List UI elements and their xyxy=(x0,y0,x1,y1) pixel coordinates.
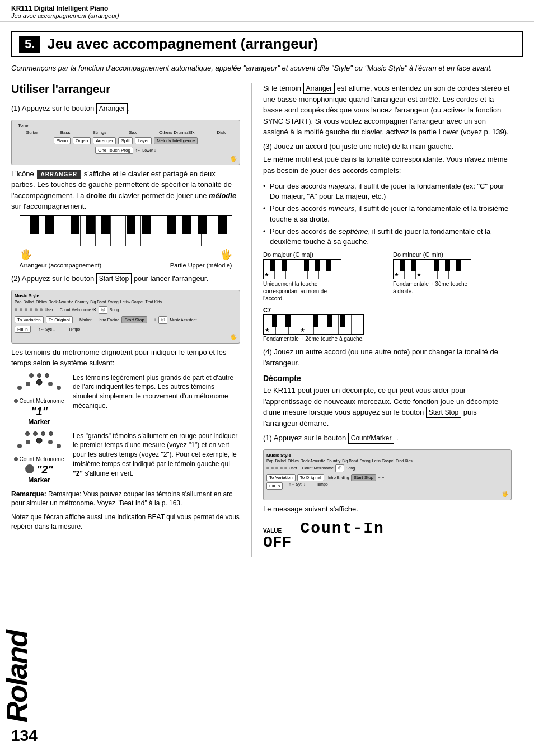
marker-label: Marker xyxy=(11,418,67,426)
step2-label: (2) Appuyez sur le bouton xyxy=(11,274,94,283)
count-in-text: Count-In xyxy=(300,520,384,537)
remark-1: Remarque: Remarque: Vous pouvez couper l… xyxy=(11,490,240,509)
screen-mockup-3: Music Style PopBalladOldiesRock Acoustic… xyxy=(263,449,512,500)
svg-point-1 xyxy=(26,382,30,386)
count-marker-btn-ref: Count/Marker xyxy=(348,433,395,444)
decompte-section: Décompte Le KR111 peut jouer un décompte… xyxy=(263,374,512,551)
model-name: KR111 Digital Intelligent Piano xyxy=(11,4,523,12)
right-column: Si le témoin Arranger est allumé, vous e… xyxy=(252,83,512,557)
caption-left: Arrangeur (accom­pa­gnement) xyxy=(20,262,102,269)
screen-mockup-2: Music Style PopBalladOldiesRock Acoustic… xyxy=(11,290,240,344)
svg-point-8 xyxy=(48,440,53,444)
step-1: (1) Appuyez sur le bouton Arranger. xyxy=(11,103,240,114)
svg-point-7 xyxy=(36,438,42,443)
count-in-display: VALUE OFF Count-In xyxy=(263,520,512,551)
svg-point-3 xyxy=(48,382,53,386)
piano-diagrams-section: Do majeur (C maj) xyxy=(263,251,512,342)
beat1-row: Count Metronome "1" Marker Les témoins l… xyxy=(11,373,240,426)
intro-paragraph: Commençons par la fonction d'accompagnem… xyxy=(11,63,523,74)
chapter-heading: 5. Jeu avec accompagnement (arrangeur) xyxy=(11,31,523,57)
step-4: (4) Jouez un autre accord (ou une autre … xyxy=(263,346,512,368)
chapter-number: 5. xyxy=(19,36,40,53)
bullet-2: Pour des accords mineurs, il suffit de j… xyxy=(263,204,512,224)
step3-desc: Le même motif est joué dans la tonalité … xyxy=(263,154,512,176)
right-para1: Si le témoin Arranger est allumé, vous e… xyxy=(263,83,512,138)
c7-diagram: C7 ★ ★ xyxy=(263,307,512,342)
left-column: Utiliser l'arrangeur (1) Appuyez sur le … xyxy=(11,83,252,557)
two-column-layout: Utiliser l'arrangeur (1) Appuyez sur le … xyxy=(11,83,523,557)
section-title: Utiliser l'arrangeur xyxy=(11,83,240,97)
right-hand-icon: 🖐 xyxy=(220,248,232,261)
page-header: KR111 Digital Intelligent Piano Jeu avec… xyxy=(0,0,534,22)
beat1-desc: Les témoins légèrement plus grands de pa… xyxy=(73,373,240,411)
metronome-arc-1 xyxy=(14,379,64,396)
off-text: OFF xyxy=(263,534,291,551)
bullet-1: Pour des accords majeurs, il suffit de j… xyxy=(263,181,512,201)
left-hand-icon: 🖐 xyxy=(20,248,32,261)
decompte-title: Décompte xyxy=(263,374,512,383)
arranger-button-ref: Arranger xyxy=(96,103,128,114)
svg-point-6 xyxy=(26,440,30,444)
beat1-label: "1" xyxy=(11,405,67,418)
value-label: VALUE xyxy=(263,528,291,534)
bullet-list: Pour des accords majeurs, il suffit de j… xyxy=(263,181,512,247)
beat2-desc: Les "grands" témoins s'allument en rouge… xyxy=(73,431,240,478)
metro-desc: Les témoins du métronome clignotent pour… xyxy=(11,347,240,369)
start-stop-ref-2: Start Stop xyxy=(426,407,461,418)
metronome-section: Count Metronome "1" Marker Les témoins l… xyxy=(11,373,240,484)
svg-point-2 xyxy=(36,379,42,385)
svg-point-9 xyxy=(57,444,61,448)
caption-right: Partie Upper (mélodie) xyxy=(170,262,232,269)
arranger-icon: ARRANGER xyxy=(37,170,81,179)
c7-label: C7 xyxy=(263,307,512,313)
do-majeur-diagram: Do majeur (C maj) xyxy=(263,251,382,302)
remark-2: Notez que l'écran affiche aussi une indi… xyxy=(11,513,240,532)
svg-point-5 xyxy=(17,444,22,448)
step1-label: (1) Appuyez sur le bouton xyxy=(11,104,94,112)
roland-brand: Roland xyxy=(0,631,34,722)
beat2-label: "2" xyxy=(36,463,53,476)
fond3-caption: Fondamentale + 3ème touche à droite. xyxy=(393,280,471,295)
decompte-desc: Le KR111 peut jouer un décompte, ce qui … xyxy=(263,385,512,429)
piano-diagram-large: 🖐 🖐 Arrangeur (accom­pa­gnement) Partie … xyxy=(11,215,240,269)
svg-point-0 xyxy=(17,386,22,390)
following-msg: Le message suivant s'affiche. xyxy=(263,504,512,515)
bullet-3: Pour des accords de septième, il suffit … xyxy=(263,227,512,247)
chapter-title: Jeu avec accompagnement (arrangeur) xyxy=(47,35,318,53)
do-mineur-label: Do mineur (C min) xyxy=(393,251,512,258)
step-2: (2) Appuyez sur le bouton Start Stop pou… xyxy=(11,273,240,284)
arranger-description: L'icône ARRANGER s'affiche et le clavier… xyxy=(11,168,240,212)
svg-point-4 xyxy=(57,386,61,390)
unique-caption: Uniquement la touche correspondant au no… xyxy=(263,280,341,302)
start-stop-button-ref: Start Stop xyxy=(96,273,132,284)
decompte-step-1: (1) Appuyez sur le bouton Count/Marker . xyxy=(263,433,512,444)
do-mineur-diagram: Do mineur (C min) xyxy=(393,251,512,302)
marker-label-2: Marker xyxy=(11,476,67,484)
fond2-caption: Fondamentale + 2ème touche à gauche. xyxy=(263,336,512,342)
metronome-arc-2 xyxy=(14,438,64,454)
beat2-row: Count Metronome "2" Marker Les "grands" … xyxy=(11,431,240,484)
screen-mockup-1: Tone Guitar Bass Strings Sax Others Drum… xyxy=(11,120,240,165)
do-majeur-label: Do majeur (C maj) xyxy=(263,251,382,258)
arranger-btn-ref-right: Arranger xyxy=(303,83,335,94)
subtitle: Jeu avec accompagnement (arrangeur) xyxy=(11,12,523,19)
step-3: (3) Jouez un accord (ou juste une note) … xyxy=(263,141,512,176)
page-number: 134 xyxy=(11,727,38,745)
